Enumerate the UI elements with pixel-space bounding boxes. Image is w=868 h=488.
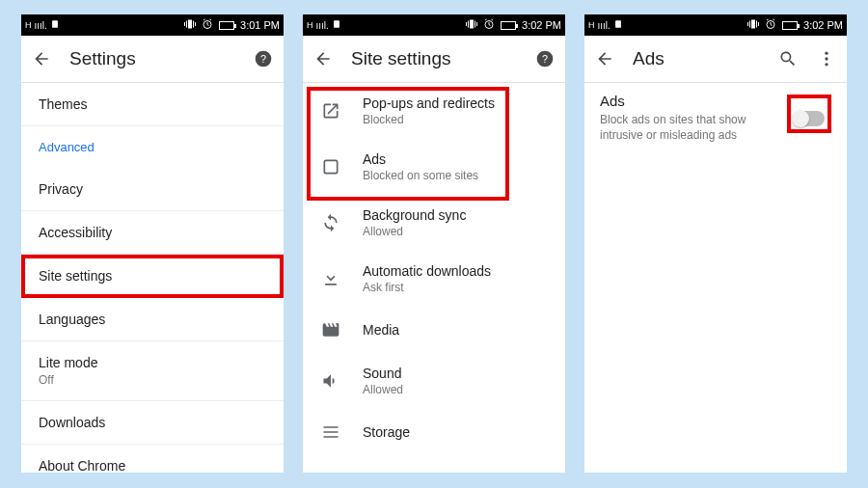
app-header: Ads xyxy=(584,36,847,82)
page-title: Settings xyxy=(69,48,235,69)
media-icon xyxy=(320,319,341,340)
alarm-icon xyxy=(483,18,495,32)
status-time: 3:02 PM xyxy=(522,19,561,31)
svg-rect-4 xyxy=(334,20,339,28)
battery-icon xyxy=(501,21,516,30)
site-item-background-sync[interactable]: Background syncAllowed xyxy=(303,195,565,251)
page-title: Ads xyxy=(633,48,760,69)
signal-icon: ıııl. xyxy=(35,20,47,31)
settings-item-themes[interactable]: Themes xyxy=(21,83,284,126)
site-item-storage[interactable]: Storage xyxy=(303,409,565,455)
svg-text:?: ? xyxy=(542,53,548,65)
phone-settings: H ıııl. 3:01 PM Settings ? Themes A xyxy=(21,14,284,473)
ads-detail: Ads Block ads on sites that show intrusi… xyxy=(584,83,847,152)
settings-item-accessibility[interactable]: Accessibility xyxy=(21,211,284,255)
data-type-indicator: H xyxy=(25,20,32,30)
help-icon[interactable]: ? xyxy=(534,48,556,69)
sync-icon xyxy=(320,212,341,233)
site-item-media[interactable]: Media xyxy=(303,307,565,353)
sound-icon xyxy=(320,370,341,392)
settings-item-privacy[interactable]: Privacy xyxy=(21,168,284,211)
svg-rect-9 xyxy=(615,20,621,28)
signal-icon: ıııl. xyxy=(316,20,329,31)
vibrate-icon xyxy=(747,18,759,32)
settings-section-advanced: Advanced xyxy=(21,126,284,168)
settings-item-languages[interactable]: Languages xyxy=(21,298,284,341)
svg-point-13 xyxy=(825,63,827,66)
app-header: Site settings ? xyxy=(303,36,565,82)
signal-icon: ıııl. xyxy=(598,20,610,31)
back-icon[interactable] xyxy=(31,48,52,69)
ads-label: Ads xyxy=(600,93,775,109)
sim-icon xyxy=(332,19,341,31)
ads-description: Block ads on sites that show intrusive o… xyxy=(600,112,775,143)
ads-toggle[interactable] xyxy=(794,111,825,126)
status-bar: H ıııl. 3:02 PM xyxy=(303,14,565,36)
vibrate-icon xyxy=(184,18,196,32)
status-bar: H ıııl. 3:01 PM xyxy=(21,14,284,36)
svg-point-12 xyxy=(825,57,827,60)
settings-item-about-chrome[interactable]: About Chrome xyxy=(21,445,284,473)
back-icon[interactable] xyxy=(312,48,334,69)
help-icon[interactable]: ? xyxy=(253,48,274,69)
phone-ads: H ıııl. 3:02 PM Ads Ads Block ads on sit… xyxy=(584,14,847,473)
alarm-icon xyxy=(765,18,776,32)
popup-icon xyxy=(320,100,341,122)
status-bar: H ıııl. 3:02 PM xyxy=(584,14,847,36)
data-type-indicator: H xyxy=(307,20,313,30)
settings-item-lite-mode[interactable]: Lite mode Off xyxy=(21,341,284,401)
svg-rect-0 xyxy=(52,20,58,28)
alarm-icon xyxy=(202,18,213,32)
app-header: Settings ? xyxy=(21,36,284,82)
download-icon xyxy=(320,268,341,289)
svg-point-11 xyxy=(825,52,827,55)
site-settings-list: Pop-ups and redirectsBlocked AdsBlocked … xyxy=(303,83,565,473)
more-icon[interactable] xyxy=(816,48,837,69)
sim-icon xyxy=(613,19,623,31)
site-item-sound[interactable]: SoundAllowed xyxy=(303,353,565,409)
search-icon[interactable] xyxy=(777,48,799,69)
site-item-popups[interactable]: Pop-ups and redirectsBlocked xyxy=(303,83,565,139)
svg-rect-8 xyxy=(324,160,337,173)
highlight-toggle xyxy=(787,95,831,133)
settings-item-site-settings[interactable]: Site settings xyxy=(21,255,284,298)
settings-item-downloads[interactable]: Downloads xyxy=(21,401,284,445)
data-type-indicator: H xyxy=(588,20,595,30)
site-item-ads[interactable]: AdsBlocked on some sites xyxy=(303,139,565,195)
phone-site-settings: H ıııl. 3:02 PM Site settings ? Pop-ups … xyxy=(303,14,565,473)
sim-icon xyxy=(50,19,60,31)
back-icon[interactable] xyxy=(594,48,615,69)
status-time: 3:02 PM xyxy=(803,19,843,31)
svg-text:?: ? xyxy=(260,53,266,65)
ads-icon xyxy=(320,156,341,177)
settings-list: Themes Advanced Privacy Accessibility Si… xyxy=(21,83,284,473)
storage-icon xyxy=(320,421,341,443)
status-time: 3:01 PM xyxy=(240,19,280,31)
battery-icon xyxy=(782,21,798,30)
vibrate-icon xyxy=(466,18,477,32)
battery-icon xyxy=(219,21,234,30)
page-title: Site settings xyxy=(351,48,517,69)
site-item-automatic-downloads[interactable]: Automatic downloadsAsk first xyxy=(303,251,565,307)
